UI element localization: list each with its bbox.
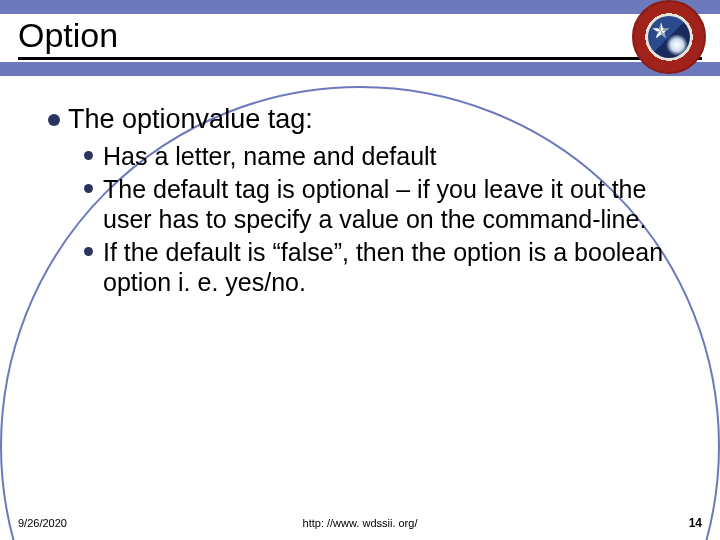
- page-number: 14: [689, 516, 702, 530]
- bullet-icon: [84, 247, 93, 256]
- bullet-icon: [48, 114, 60, 126]
- footer-date: 9/26/2020: [18, 517, 67, 529]
- bullet-icon: [84, 184, 93, 193]
- list-text: If the default is “false”, then the opti…: [103, 237, 672, 298]
- footer: 9/26/2020 http: //www. wdssii. org/ 14: [0, 516, 720, 530]
- sub-bullets: Has a letter, name and default The defau…: [84, 141, 672, 298]
- bullet-icon: [84, 151, 93, 160]
- nssl-logo: [632, 0, 706, 74]
- heading-rest: optionvalue tag:: [122, 104, 313, 134]
- title-underline: [18, 57, 702, 60]
- title-band: [0, 62, 720, 76]
- content-area: The optionvalue tag: Has a letter, name …: [0, 76, 720, 298]
- footer-url: http: //www. wdssii. org/: [303, 517, 418, 529]
- slide-title: Option: [18, 16, 118, 55]
- list-item: The default tag is optional – if you lea…: [84, 174, 672, 235]
- main-bullet: The optionvalue tag:: [48, 104, 672, 135]
- list-item: If the default is “false”, then the opti…: [84, 237, 672, 298]
- list-text: Has a letter, name and default: [103, 141, 437, 172]
- main-heading: The optionvalue tag:: [68, 104, 313, 135]
- list-item: Has a letter, name and default: [84, 141, 672, 172]
- title-bar: Option: [0, 14, 720, 55]
- list-text: The default tag is optional – if you lea…: [103, 174, 672, 235]
- top-bar: [0, 0, 720, 14]
- heading-prefix: The: [68, 104, 115, 134]
